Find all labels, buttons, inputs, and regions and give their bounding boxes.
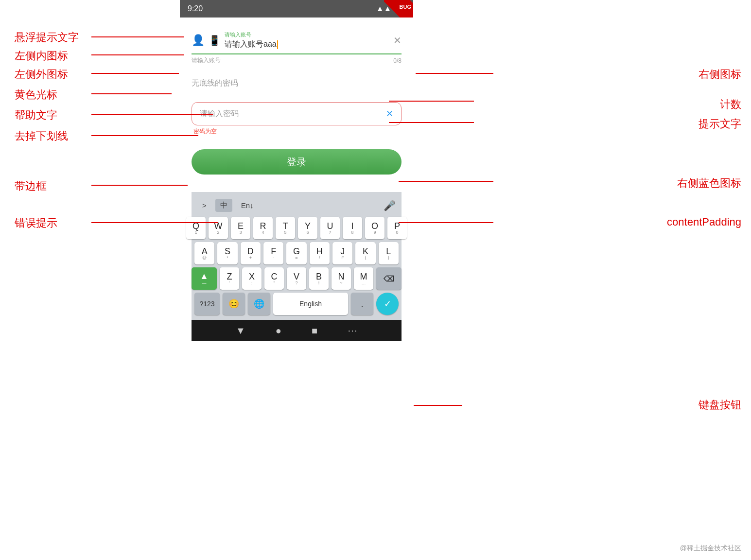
line-left-outer [91,73,179,74]
line-blue-icon [399,181,493,182]
line-yellow-cursor [91,93,172,94]
key-Y[interactable]: Y6 [298,217,317,239]
account-value[interactable]: 请输入账号aaa [225,40,278,48]
account-meta-row: 请输入账号 0/8 [192,56,402,65]
key-F[interactable]: F- [263,242,283,264]
annotation-content-padding: contentPadding [667,216,741,228]
line-content-padding [399,222,493,223]
key-delete[interactable]: ⌫ [376,267,402,290]
key-R[interactable]: R4 [253,217,273,239]
account-hint-label: 请输入账号 [225,31,393,38]
key-M[interactable]: M… [354,267,373,290]
key-Q[interactable]: Q1 [186,217,206,239]
key-O[interactable]: O9 [365,217,384,239]
keyboard-english-btn[interactable]: En↓ [236,199,259,211]
nav-recent[interactable]: ■ [312,325,317,336]
key-row-3: ▲— Z' X: C" V? B! N~ M… ⌫ [194,267,399,290]
line-bordered [91,185,188,186]
annotation-no-underline: 去掉下划线 [15,129,68,143]
keyboard-mic-icon[interactable]: 🎤 [384,200,396,211]
key-J[interactable]: J# [332,242,352,264]
phone-icon: 📱 [209,35,221,46]
line-hover-hint [91,36,184,37]
account-input-group: 👤 📱 请输入账号 请输入账号aaa ✕ 请输入账号 0/8 [192,27,402,65]
account-input-row[interactable]: 👤 📱 请输入账号 请输入账号aaa ✕ [192,27,402,54]
key-T[interactable]: T5 [276,217,295,239]
key-enter[interactable]: ✓ [376,293,399,315]
key-A[interactable]: A@ [194,242,214,264]
key-row-1: Q1 W2 E3 R4 T5 Y6 U7 I8 O9 P0 [194,217,399,239]
annotation-help-text: 帮助文字 [15,108,57,122]
keyboard-rows: Q1 W2 E3 R4 T5 Y6 U7 I8 O9 P0 A@ S* D+ F… [193,215,400,320]
nav-menu[interactable]: ⋯ [348,325,357,336]
key-G[interactable]: G= [286,242,306,264]
key-Z[interactable]: Z' [220,267,239,290]
nav-back[interactable]: ▼ [236,325,245,336]
annotation-right-blue-icon: 右侧蓝色图标 [677,176,741,191]
annotation-left-outer-icon: 左侧外图标 [15,67,68,82]
annotation-counter: 计数 [720,97,741,112]
annotation-left-inner-icon: 左侧内图标 [15,49,68,63]
account-counter: 0/8 [393,57,402,64]
key-W[interactable]: W2 [209,217,228,239]
key-K[interactable]: K( [355,242,375,264]
key-H[interactable]: H/ [310,242,330,264]
nav-home[interactable]: ● [276,325,281,336]
key-E[interactable]: E3 [231,217,250,239]
key-V[interactable]: V? [287,267,306,290]
key-space[interactable]: English [273,293,348,315]
login-button[interactable]: 登录 [192,149,402,175]
keyboard: > 中 En↓ 🎤 Q1 W2 E3 R4 T5 Y6 U7 I8 O9 P0 [192,192,402,320]
person-icon: 👤 [192,34,205,47]
key-globe[interactable]: 🌐 [248,293,270,315]
password-clear-icon[interactable]: ✕ [386,108,393,119]
line-right-icon [416,73,493,74]
key-S[interactable]: S* [217,242,237,264]
line-help-text [91,114,213,115]
no-underline-placeholder: 无底线的密码 [192,79,238,87]
key-I[interactable]: I8 [343,217,362,239]
phone-frame: 9:20 ▲▲ ▐▐ BUG 👤 📱 请输入账号 请输入账号aaa ✕ [180,0,413,544]
annotation-error-tip: 错误提示 [15,216,57,230]
line-counter [389,101,474,102]
key-shift[interactable]: ▲— [192,267,217,290]
annotation-yellow-cursor: 黄色光标 [15,88,57,102]
status-bar: 9:20 ▲▲ ▐▐ BUG [180,0,413,18]
bug-badge: BUG [400,4,411,10]
account-field-stack[interactable]: 请输入账号 请输入账号aaa [225,31,393,50]
status-time: 9:20 [188,4,203,13]
no-underline-field[interactable]: 无底线的密码 [192,74,402,92]
clear-icon[interactable]: ✕ [393,35,402,46]
keyboard-toolbar: > 中 En↓ 🎤 [193,196,400,215]
keyboard-arrow-btn[interactable]: > [197,199,211,211]
annotation-keyboard-btn: 键盘按钮 [699,398,741,412]
line-hint-text [389,122,474,123]
key-L[interactable]: L) [379,242,399,264]
key-D[interactable]: D+ [241,242,261,264]
keyboard-chinese-btn[interactable]: 中 [215,199,232,212]
annotation-hover-hint: 悬浮提示文字 [15,30,79,45]
line-error [91,222,218,223]
key-N[interactable]: N~ [332,267,351,290]
key-row-2: A@ S* D+ F- G= H/ J# K( L) [194,242,399,264]
key-X[interactable]: X: [242,267,262,290]
error-text: 密码为空 [193,127,402,136]
annotation-bordered: 带边框 [15,179,47,193]
account-help-text: 请输入账号 [192,56,221,65]
key-emoji[interactable]: 😊 [223,293,245,315]
nav-bar: ▼ ● ■ ⋯ [192,320,402,341]
key-B[interactable]: B! [309,267,329,290]
annotation-right-icon: 右侧图标 [699,67,741,82]
line-keyboard-btn [414,405,462,406]
key-row-4: ?123 😊 🌐 English . ✓ [194,293,399,315]
password-input-wrapper[interactable]: 请输入密码 ✕ [192,102,402,125]
watermark: @稀土掘金技术社区 [680,544,741,553]
key-period[interactable]: . [351,293,373,315]
key-num123[interactable]: ?123 [194,293,220,315]
key-C[interactable]: C" [264,267,284,290]
key-P[interactable]: P0 [387,217,407,239]
phone-content: 👤 📱 请输入账号 请输入账号aaa ✕ 请输入账号 0/8 无底线的密码 请 [180,18,413,351]
key-U[interactable]: U7 [320,217,340,239]
cursor [277,40,278,49]
annotation-hint-text: 提示文字 [699,117,741,131]
